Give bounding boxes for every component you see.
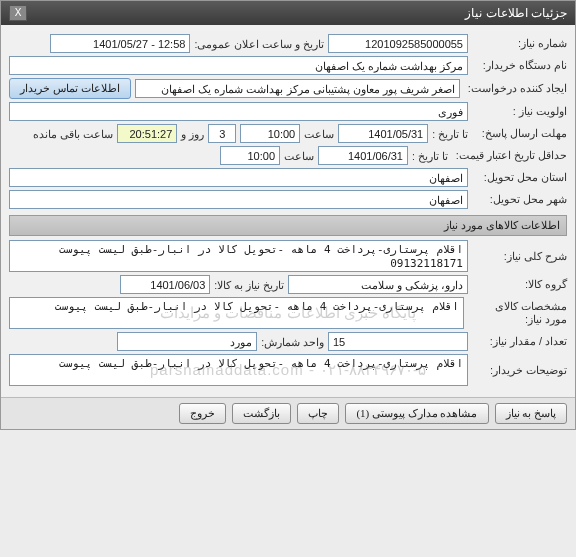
price-valid-date-field: 1401/06/31 (318, 146, 408, 165)
need-number-field: 1201092585000055 (328, 34, 468, 53)
to-date-field: 1401/05/31 (338, 124, 428, 143)
need-date-field: 1401/06/03 (120, 275, 210, 294)
desc-field[interactable] (9, 240, 468, 272)
countdown-field: 20:51:27 (117, 124, 177, 143)
spec-field[interactable] (9, 297, 464, 329)
buyer-label: نام دستگاه خریدار: (472, 59, 567, 72)
priority-field: فوری (9, 102, 468, 121)
days-and-label: روز و (181, 128, 204, 140)
contact-buyer-button[interactable]: اطلاعات تماس خریدار (9, 78, 131, 99)
city-field: اصفهان (9, 190, 468, 209)
respond-button[interactable]: پاسخ به نیاز (495, 403, 568, 424)
print-button[interactable]: چاپ (297, 403, 339, 424)
buyer-notes-field[interactable] (9, 354, 468, 386)
time-label-1: ساعت (304, 128, 334, 140)
window-title: جزئیات اطلاعات نیاز (465, 6, 567, 20)
to-time-field: 10:00 (240, 124, 300, 143)
window: جزئیات اطلاعات نیاز X شماره نیاز: 120109… (0, 0, 576, 430)
buyer-notes-label: توضیحات خریدار: (472, 364, 567, 377)
remaining-label: ساعت باقی مانده (33, 128, 113, 140)
unit-label: واحد شمارش: (261, 336, 324, 348)
group-label: گروه کالا: (472, 278, 567, 291)
creator-field: اصغر شریف پور معاون پشتیبانی مرکز بهداشت… (135, 79, 460, 98)
qty-label: تعداد / مقدار نیاز: (472, 335, 567, 348)
back-button[interactable]: بازگشت (232, 403, 291, 424)
need-date-label: تاریخ نیاز به کالا: (214, 279, 284, 291)
titlebar: جزئیات اطلاعات نیاز X (1, 1, 575, 25)
spec-label: مشخصات کالای مورد نیاز: (468, 300, 567, 326)
time-label-2: ساعت (284, 150, 314, 162)
creator-label: ایجاد کننده درخواست: (464, 82, 567, 95)
province-field: اصفهان (9, 168, 468, 187)
need-number-label: شماره نیاز: (472, 37, 567, 50)
bottom-toolbar: پاسخ به نیاز مشاهده مدارک پیوستی (1) چاپ… (1, 397, 575, 429)
province-label: استان محل تحویل: (472, 171, 567, 184)
exit-button[interactable]: خروج (179, 403, 226, 424)
buyer-field: مرکز بهداشت شماره یک اصفهان (9, 56, 468, 75)
days-field: 3 (208, 124, 236, 143)
announce-label: تاریخ و ساعت اعلان عمومی: (194, 38, 324, 50)
items-section-header: اطلاعات کالاهای مورد نیاز (9, 215, 567, 236)
announce-field: 12:58 - 1401/05/27 (50, 34, 190, 53)
qty-field: 15 (328, 332, 468, 351)
price-valid-time-field: 10:00 (220, 146, 280, 165)
deadline-label: مهلت ارسال پاسخ: (472, 127, 567, 140)
form-content: شماره نیاز: 1201092585000055 تاریخ و ساع… (1, 25, 575, 397)
unit-field: مورد (117, 332, 257, 351)
priority-label: اولویت نیاز : (472, 105, 567, 118)
view-attachments-button[interactable]: مشاهده مدارک پیوستی (1) (345, 403, 488, 424)
price-valid-label: حداقل تاریخ اعتبار قیمت: (452, 149, 567, 162)
desc-label: شرح کلی نیاز: (472, 250, 567, 263)
city-label: شهر محل تحویل: (472, 193, 567, 206)
to-date-label: تا تاریخ : (432, 128, 468, 140)
to-date-label-2: تا تاریخ : (412, 150, 448, 162)
close-icon[interactable]: X (9, 5, 27, 21)
group-field: دارو، پزشکی و سلامت (288, 275, 468, 294)
